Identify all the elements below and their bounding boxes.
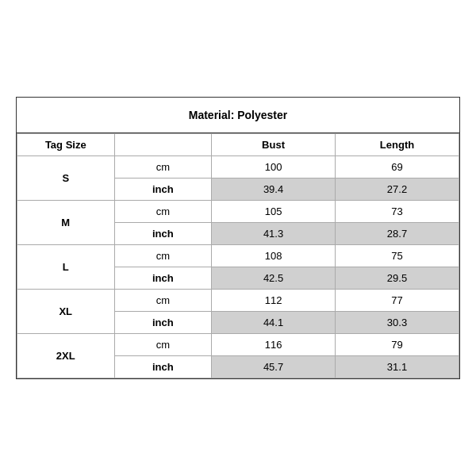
length-inch-value: 28.7	[336, 223, 459, 245]
chart-title: Material: Polyester	[17, 98, 459, 133]
size-chart: Material: Polyester Tag Size Bust Length…	[16, 97, 460, 379]
unit-inch-cell: inch	[114, 356, 212, 378]
unit-cm-cell: cm	[114, 245, 212, 267]
length-inch-value: 27.2	[336, 178, 459, 201]
unit-cm-cell: cm	[114, 334, 212, 356]
bust-cm-value: 112	[212, 290, 336, 312]
tag-size-cell: M	[17, 201, 115, 245]
length-cm-value: 73	[336, 201, 459, 223]
bust-inch-value: 44.1	[212, 312, 336, 334]
bust-cm-value: 105	[212, 201, 336, 223]
header-length: Length	[336, 134, 459, 156]
tag-size-cell: XL	[17, 290, 115, 334]
bust-cm-value: 100	[212, 156, 336, 178]
tag-size-cell: S	[17, 156, 115, 201]
length-inch-value: 31.1	[336, 356, 459, 378]
bust-cm-value: 116	[212, 334, 336, 356]
bust-inch-value: 42.5	[212, 267, 336, 290]
unit-inch-cell: inch	[114, 312, 212, 334]
unit-inch-cell: inch	[114, 178, 212, 201]
bust-inch-value: 45.7	[212, 356, 336, 378]
bust-cm-value: 108	[212, 245, 336, 267]
tag-size-cell: 2XL	[17, 334, 115, 378]
length-inch-value: 29.5	[336, 267, 459, 290]
length-cm-value: 69	[336, 156, 459, 178]
unit-cm-cell: cm	[114, 201, 212, 223]
tag-size-cell: L	[17, 245, 115, 290]
header-bust: Bust	[212, 134, 336, 156]
unit-inch-cell: inch	[114, 267, 212, 290]
length-inch-value: 30.3	[336, 312, 459, 334]
length-cm-value: 77	[336, 290, 459, 312]
length-cm-value: 75	[336, 245, 459, 267]
header-tag-size: Tag Size	[17, 134, 115, 156]
unit-cm-cell: cm	[114, 156, 212, 178]
bust-inch-value: 39.4	[212, 178, 336, 201]
header-unit	[114, 134, 212, 156]
length-cm-value: 79	[336, 334, 459, 356]
unit-inch-cell: inch	[114, 223, 212, 245]
bust-inch-value: 41.3	[212, 223, 336, 245]
unit-cm-cell: cm	[114, 290, 212, 312]
